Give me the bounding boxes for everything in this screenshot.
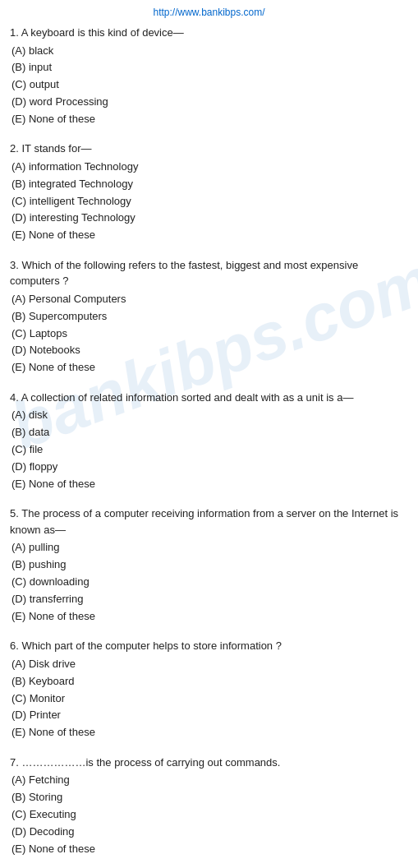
question-6-option-3: (C) Monitor: [10, 690, 408, 708]
question-6-option-5: (E) None of these: [10, 724, 408, 741]
question-5-option-2: (B) pushing: [10, 556, 408, 574]
question-3-option-2: (B) Supercomputers: [10, 308, 408, 326]
question-5-text: 5. The process of a computer receiving i…: [10, 506, 408, 538]
question-4-option-3: (C) file: [10, 441, 408, 459]
questions-container: 1. A keyboard is this kind of device—(A)…: [10, 25, 408, 857]
question-1-option-4: (D) word Processing: [10, 94, 408, 111]
question-2-option-4: (D) interesting Technology: [10, 210, 408, 227]
question-3-option-1: (A) Personal Computers: [10, 291, 408, 308]
question-4-text: 4. A collection of related information s…: [10, 390, 408, 406]
question-7-text: 7. ………………is the process of carrying out …: [10, 755, 408, 771]
question-7-option-2: (B) Storing: [10, 789, 408, 806]
question-2-text: 2. IT stands for—: [10, 141, 408, 157]
question-7: 7. ………………is the process of carrying out …: [10, 755, 408, 857]
question-5-option-5: (E) None of these: [10, 608, 408, 626]
question-1: 1. A keyboard is this kind of device—(A)…: [10, 25, 408, 127]
question-1-text: 1. A keyboard is this kind of device—: [10, 25, 408, 41]
question-4-option-5: (E) None of these: [10, 476, 408, 493]
question-4-option-4: (D) floppy: [10, 459, 408, 476]
question-6: 6. Which part of the computer helps to s…: [10, 638, 408, 741]
question-3-option-5: (E) None of these: [10, 359, 408, 376]
question-5-option-4: (D) transferring: [10, 591, 408, 608]
question-4-option-2: (B) data: [10, 424, 408, 441]
question-4: 4. A collection of related information s…: [10, 390, 408, 492]
question-3: 3. Which of the following refers to the …: [10, 257, 408, 376]
question-1-option-2: (B) input: [10, 59, 408, 76]
question-2-option-3: (C) intelligent Technology: [10, 193, 408, 210]
question-2: 2. IT stands for—(A) information Technol…: [10, 141, 408, 243]
question-4-option-1: (A) disk: [10, 407, 408, 424]
question-3-option-4: (D) Notebooks: [10, 342, 408, 359]
question-3-option-3: (C) Laptops: [10, 326, 408, 343]
question-7-option-4: (D) Decoding: [10, 824, 408, 841]
question-2-option-5: (E) None of these: [10, 227, 408, 244]
question-5-option-3: (C) downloading: [10, 574, 408, 591]
question-6-option-1: (A) Disk drive: [10, 656, 408, 673]
question-1-option-3: (C) output: [10, 76, 408, 94]
question-6-option-4: (D) Printer: [10, 707, 408, 724]
question-5-option-1: (A) pulling: [10, 539, 408, 556]
question-5: 5. The process of a computer receiving i…: [10, 506, 408, 625]
question-2-option-1: (A) information Technology: [10, 159, 408, 176]
question-7-option-1: (A) Fetching: [10, 772, 408, 789]
question-7-option-3: (C) Executing: [10, 806, 408, 824]
site-link[interactable]: http://www.bankibps.com/: [10, 7, 408, 18]
question-6-option-2: (B) Keyboard: [10, 673, 408, 690]
question-2-option-2: (B) integrated Technology: [10, 176, 408, 193]
question-7-option-5: (E) None of these: [10, 841, 408, 858]
question-1-option-5: (E) None of these: [10, 111, 408, 128]
question-6-text: 6. Which part of the computer helps to s…: [10, 638, 408, 654]
question-3-text: 3. Which of the following refers to the …: [10, 257, 408, 289]
question-1-option-1: (A) black: [10, 43, 408, 60]
